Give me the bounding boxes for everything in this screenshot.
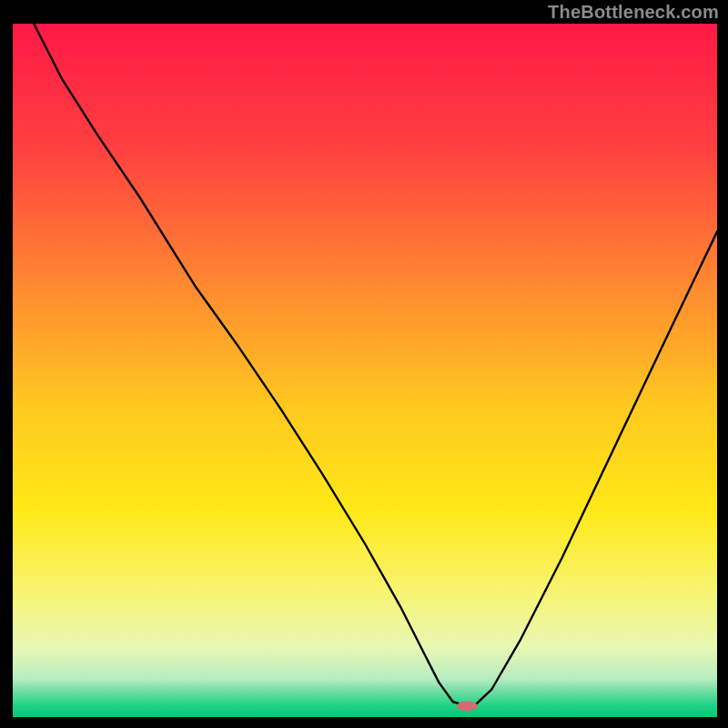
chart-frame: TheBottleneck.com <box>0 0 728 728</box>
chart-svg <box>13 24 717 717</box>
plot-area <box>13 24 717 717</box>
gradient-background <box>13 24 717 717</box>
optimal-point-marker <box>457 701 478 711</box>
watermark-text: TheBottleneck.com <box>548 2 719 23</box>
